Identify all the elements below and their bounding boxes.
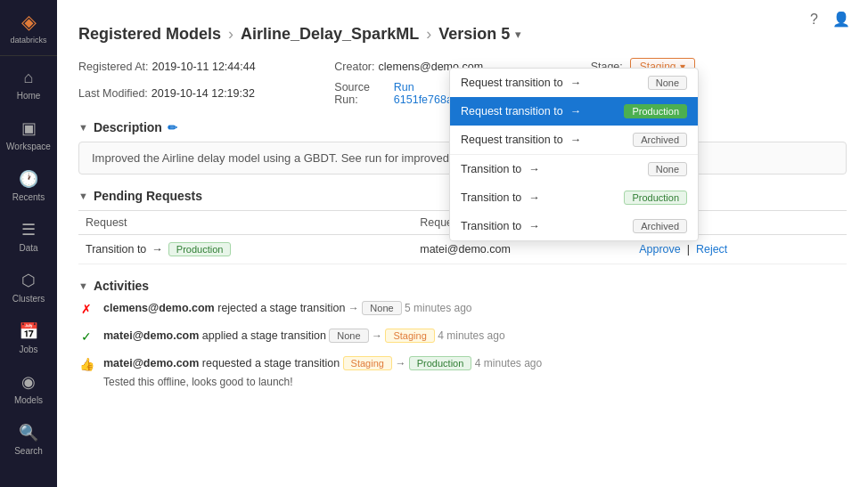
none-badge: None [648,76,687,90]
sidebar-item-label: Data [19,243,37,253]
sidebar: ◈ databricks ⌂ Home ▣ Workspace 🕐 Recent… [0,0,57,487]
sidebar-logo[interactable]: ◈ databricks [0,0,57,56]
production-badge: Production [168,242,232,256]
sidebar-item-label: Home [17,91,41,101]
transition-label: Transition to [86,243,146,256]
activity-content: matei@demo.com applied a stage transitio… [103,328,847,345]
sidebar-item-label: Clusters [12,294,45,304]
arrow-icon: → [151,243,163,256]
dropdown-transition-label: Transition to [461,220,521,232]
breadcrumb-registered-models[interactable]: Registered Models [78,25,221,44]
models-icon: ◉ [21,372,36,392]
production-badge: Production [624,104,687,118]
activities-header[interactable]: ▼ Activities [78,279,847,293]
collapse-icon: ▼ [78,280,88,291]
dropdown-request-label: Request transition to [461,77,563,89]
production-badge: Production [624,191,687,205]
activity-content: clemens@demo.com rejected a stage transi… [103,300,847,317]
breadcrumb-sep-2: › [426,25,431,44]
staging-badge: Staging [343,356,392,370]
search-icon: 🔍 [19,423,38,442]
activity-user: matei@demo.com [103,329,199,342]
activity-content: matei@demo.com requested a stage transit… [103,355,847,390]
home-icon: ⌂ [24,69,34,87]
registered-at-row: Registered At: 2019-10-11 12:44:44 [78,58,334,76]
dropdown-transition-label: Transition to [461,191,521,204]
activities-title: Activities [94,279,149,293]
activity-action: applied a stage transition [202,329,329,342]
breadcrumb-version-label: Version 5 [438,25,510,44]
activity-sub-text: Tested this offline, looks good to launc… [103,374,847,390]
recents-icon: 🕐 [19,169,38,189]
dropdown-item-transition-archived[interactable]: Transition to → Archived [450,212,698,240]
list-item: ✓ matei@demo.com applied a stage transit… [78,328,847,345]
activity-list: ✗ clemens@demo.com rejected a stage tran… [78,300,847,390]
sidebar-item-recents[interactable]: 🕐 Recents [0,160,57,211]
dropdown-item-transition-production[interactable]: Transition to → Production [450,183,698,212]
breadcrumb-model-name[interactable]: Airline_Delay_SparkML [241,25,419,44]
sidebar-item-workspace[interactable]: ▣ Workspace [0,110,57,160]
sidebar-item-label: Models [14,395,43,405]
registered-at-label: Registered At: [78,61,149,73]
sidebar-item-label: Recents [12,192,45,202]
arrow-icon: → [528,220,540,232]
main-content: ? 👤 Registered Models › Airline_Delay_Sp… [57,0,868,487]
last-modified-row: Last Modified: 2019-10-14 12:19:32 [78,81,334,106]
user-avatar[interactable]: 👤 [832,11,850,28]
time-ago: 4 minutes ago [438,329,504,342]
time-ago: 4 minutes ago [475,357,542,369]
list-item: 👍 matei@demo.com requested a stage trans… [78,355,847,390]
none-badge: None [648,162,687,176]
collapse-icon: ▼ [78,191,88,201]
staging-badge: Staging [385,329,434,343]
stage-dropdown-menu: Request transition to → None Request tra… [449,68,699,241]
activity-action: rejected a stage transition [217,302,348,314]
data-icon: ☰ [21,220,36,239]
sidebar-item-jobs[interactable]: 📅 Jobs [0,312,57,363]
sidebar-item-data[interactable]: ☰ Data [0,211,57,262]
sidebar-item-search[interactable]: 🔍 Search [0,414,57,465]
arrow-icon: → [570,134,582,146]
breadcrumb-version: Version 5 ▾ [438,25,521,44]
dropdown-item-request-none[interactable]: Request transition to → None [450,69,698,97]
reject-button[interactable]: Reject [696,243,727,256]
arrow-icon: → [570,105,582,118]
help-button[interactable]: ? [810,12,818,28]
dropdown-request-label: Request transition to [461,105,563,118]
breadcrumb-sep-1: › [228,25,233,44]
workspace-icon: ▣ [21,118,37,138]
sidebar-item-models[interactable]: ◉ Models [0,363,57,414]
creator-label: Creator: [334,61,374,73]
activity-user: matei@demo.com [103,357,199,369]
reject-activity-icon: ✗ [78,301,94,317]
dropdown-item-request-production[interactable]: Request transition to → Production [450,97,698,126]
sidebar-item-label: Search [14,446,43,456]
dropdown-item-transition-none[interactable]: Transition to → None [450,155,698,183]
dropdown-transition-label: Transition to [461,163,521,175]
registered-at-value: 2019-10-11 12:44:44 [152,61,256,73]
arrow-icon: → [570,77,582,89]
production-badge: Production [409,356,472,370]
col-request: Request [78,211,413,235]
dropdown-item-request-archived[interactable]: Request transition to → Archived [450,126,698,154]
jobs-icon: 📅 [19,321,38,341]
pending-requests-title: Pending Requests [94,189,202,203]
edit-description-icon[interactable]: ✏ [168,121,177,134]
version-dropdown-button[interactable]: ▾ [515,28,521,41]
approve-activity-icon: ✓ [78,329,94,345]
arrow-icon: → [372,329,385,342]
sidebar-item-home[interactable]: ⌂ Home [0,60,57,110]
source-run-label: Source Run: [334,81,390,106]
none-badge: None [362,301,401,315]
activity-action: requested a stage transition [202,357,343,369]
last-modified-value: 2019-10-14 12:19:32 [151,87,255,100]
none-badge: None [329,329,368,343]
arrow-icon: → [528,163,540,175]
list-item: ✗ clemens@demo.com rejected a stage tran… [78,300,847,317]
description-title: Description [94,120,162,134]
breadcrumb: Registered Models › Airline_Delay_SparkM… [78,25,847,44]
activities-section: ▼ Activities ✗ clemens@demo.com rejected… [78,279,847,390]
archived-badge: Archived [633,219,687,233]
approve-button[interactable]: Approve [639,243,681,256]
sidebar-item-clusters[interactable]: ⬡ Clusters [0,262,57,312]
